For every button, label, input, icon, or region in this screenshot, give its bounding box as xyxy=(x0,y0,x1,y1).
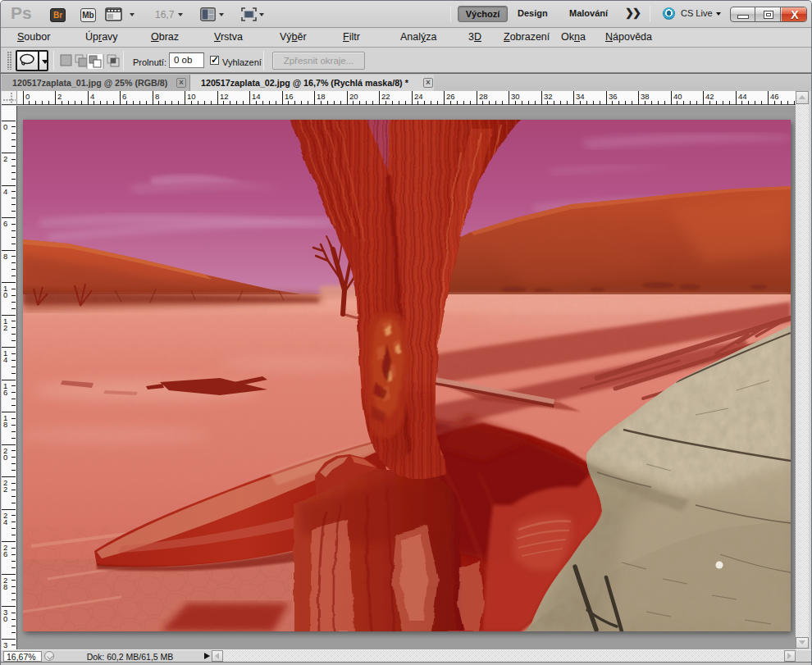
svg-text:6: 6 xyxy=(3,219,7,228)
svg-text:42: 42 xyxy=(705,92,714,101)
svg-text:44: 44 xyxy=(738,92,747,101)
svg-text:26: 26 xyxy=(446,92,455,101)
svg-text:0: 0 xyxy=(3,614,7,623)
svg-text:12: 12 xyxy=(220,92,229,101)
svg-text:8: 8 xyxy=(3,252,7,261)
svg-text:0: 0 xyxy=(3,290,7,299)
svg-text:4: 4 xyxy=(90,92,94,101)
svg-text:8: 8 xyxy=(3,420,7,429)
svg-text:14: 14 xyxy=(252,92,261,101)
svg-text:36: 36 xyxy=(609,92,618,101)
svg-text:20: 20 xyxy=(349,92,358,101)
svg-text:6: 6 xyxy=(3,549,7,558)
svg-text:0: 0 xyxy=(25,92,30,101)
svg-text:2: 2 xyxy=(3,485,7,494)
svg-text:8: 8 xyxy=(3,582,7,591)
svg-text:2: 2 xyxy=(3,323,7,332)
svg-text:4: 4 xyxy=(3,355,7,364)
svg-text:6: 6 xyxy=(122,92,126,101)
svg-text:32: 32 xyxy=(544,92,553,101)
svg-text:38: 38 xyxy=(641,92,650,101)
svg-text:34: 34 xyxy=(576,92,585,101)
svg-text:24: 24 xyxy=(414,92,423,101)
svg-text:10: 10 xyxy=(187,92,196,101)
svg-text:30: 30 xyxy=(511,92,520,101)
svg-text:16: 16 xyxy=(285,92,294,101)
svg-text:0: 0 xyxy=(3,122,7,131)
svg-text:46: 46 xyxy=(770,92,779,101)
svg-text:2: 2 xyxy=(57,92,62,101)
svg-text:0: 0 xyxy=(3,453,7,462)
svg-text:4: 4 xyxy=(3,187,7,196)
svg-text:18: 18 xyxy=(317,92,326,101)
svg-text:40: 40 xyxy=(673,92,682,101)
svg-text:28: 28 xyxy=(479,92,488,101)
svg-text:6: 6 xyxy=(3,388,7,397)
svg-text:22: 22 xyxy=(381,92,390,101)
svg-text:4: 4 xyxy=(3,517,7,526)
svg-text:2: 2 xyxy=(3,154,7,163)
svg-text:8: 8 xyxy=(155,92,159,101)
